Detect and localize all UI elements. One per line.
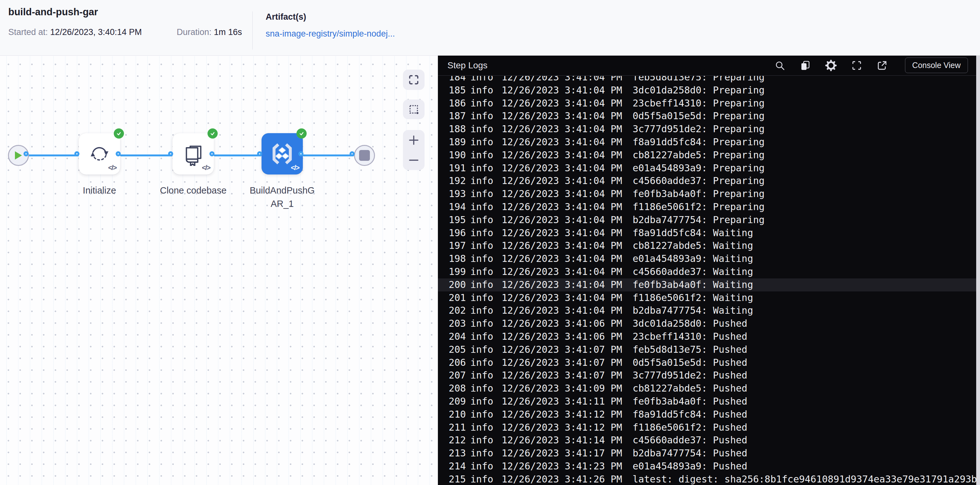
log-level: info — [470, 84, 493, 97]
step-logs-panel: Step Logs — [438, 55, 976, 485]
log-num: 186 — [449, 97, 466, 110]
log-time: 12/26/2023 3:41:04 PM — [501, 291, 622, 304]
zoom-out-button minus-icon[interactable] — [408, 155, 419, 165]
log-num: 187 — [449, 110, 466, 123]
marquee-select-button[interactable] — [403, 100, 425, 119]
code-glyph-icon: </> — [291, 164, 299, 172]
fit-view-icon — [408, 74, 420, 86]
port[interactable] — [168, 151, 173, 156]
search-icon[interactable] — [774, 60, 786, 71]
log-row[interactable]: 215info12/26/2023 3:41:26 PMlatest: dige… — [438, 473, 976, 485]
log-num: 185 — [449, 84, 466, 97]
log-row[interactable]: 186info12/26/2023 3:41:04 PM23cbeff14310… — [438, 97, 976, 110]
port[interactable] — [209, 151, 215, 156]
edge-initialize-clone — [120, 154, 173, 156]
log-row[interactable]: 211info12/26/2023 3:41:12 PMf1186e5061f2… — [438, 421, 976, 434]
log-time: 12/26/2023 3:41:07 PM — [501, 369, 622, 382]
step-node-clone-codebase[interactable]: </> — [173, 133, 214, 175]
refresh-icon — [88, 142, 111, 165]
log-level: info — [470, 408, 493, 421]
log-num: 190 — [449, 149, 466, 162]
log-time: 12/26/2023 3:41:04 PM — [501, 239, 622, 252]
log-row[interactable]: 202info12/26/2023 3:41:04 PMb2dba7477754… — [438, 304, 976, 317]
log-row[interactable]: 194info12/26/2023 3:41:04 PMf1186e5061f2… — [438, 200, 976, 213]
log-row[interactable]: 196info12/26/2023 3:41:04 PMf8a91dd5fc84… — [438, 227, 976, 240]
log-message: cb81227abde5: Waiting — [633, 239, 976, 252]
log-level: info — [470, 369, 493, 382]
log-num: 210 — [449, 408, 466, 421]
log-row[interactable]: 192info12/26/2023 3:41:04 PMc45660adde37… — [438, 175, 976, 188]
log-row[interactable]: 188info12/26/2023 3:41:04 PM3c777d951de2… — [438, 123, 976, 136]
log-row[interactable]: 201info12/26/2023 3:41:04 PMf1186e5061f2… — [438, 291, 976, 304]
log-row[interactable]: 197info12/26/2023 3:41:04 PMcb81227abde5… — [438, 239, 976, 252]
end-node[interactable] — [354, 145, 375, 166]
fullscreen-icon[interactable] — [851, 60, 862, 71]
log-row[interactable]: 214info12/26/2023 3:41:23 PMe01a454893a9… — [438, 460, 976, 473]
log-row[interactable]: 212info12/26/2023 3:41:14 PMc45660adde37… — [438, 434, 976, 447]
log-level: info — [470, 434, 493, 447]
edge-clone-build — [214, 154, 261, 156]
port[interactable] — [298, 151, 304, 156]
step-node-initialize[interactable]: </> — [79, 133, 120, 175]
log-row[interactable]: 200info12/26/2023 3:41:04 PMfe0fb3ab4a0f… — [438, 278, 976, 291]
log-time: 12/26/2023 3:41:04 PM — [501, 266, 622, 278]
log-row[interactable]: 210info12/26/2023 3:41:12 PMf8a91dd5fc84… — [438, 408, 976, 421]
log-row[interactable]: 187info12/26/2023 3:41:04 PM0d5f5a015e5d… — [438, 110, 976, 123]
log-time: 12/26/2023 3:41:04 PM — [501, 227, 622, 240]
log-row[interactable]: 205info12/26/2023 3:41:07 PMfeb5d8d13e75… — [438, 343, 976, 356]
pipeline-canvas[interactable]: </> Initialize </> Clone codebase — [0, 56, 438, 485]
log-num: 215 — [449, 473, 466, 485]
copy-icon[interactable] — [800, 60, 811, 71]
log-row[interactable]: 199info12/26/2023 3:41:04 PMc45660adde37… — [438, 266, 976, 278]
log-row[interactable]: 195info12/26/2023 3:41:04 PMb2dba7477754… — [438, 213, 976, 227]
port[interactable] — [74, 151, 80, 156]
log-row[interactable]: 191info12/26/2023 3:41:04 PMe01a454893a9… — [438, 162, 976, 175]
settings-gear-icon[interactable] — [825, 59, 837, 72]
log-message: f1186e5061f2: Pushed — [633, 421, 976, 434]
artifact-link[interactable]: sna-image-registry/simple-nodej... — [266, 29, 395, 39]
port[interactable] — [350, 151, 355, 156]
fit-view-button[interactable] — [403, 70, 425, 90]
log-level: info — [470, 421, 493, 434]
scrollbar-gutter[interactable] — [976, 55, 980, 485]
artifacts-section: Artifact(s) sna-image-registry/simple-no… — [266, 12, 395, 39]
log-row[interactable]: 213info12/26/2023 3:41:17 PMb2dba7477754… — [438, 447, 976, 460]
pipeline-execution-screen: build-and-push-gar Started at: 12/26/202… — [0, 0, 980, 485]
open-external-icon[interactable] — [877, 60, 888, 71]
log-row[interactable]: 207info12/26/2023 3:41:07 PM3c777d951de2… — [438, 369, 976, 382]
log-num: 196 — [449, 227, 466, 240]
step-node-build-and-push-gar[interactable]: </> — [261, 133, 303, 175]
log-row[interactable]: 198info12/26/2023 3:41:04 PMe01a454893a9… — [438, 252, 976, 266]
port[interactable] — [257, 151, 262, 156]
log-message: 3dc01da258d0: Pushed — [633, 317, 976, 330]
stop-icon — [359, 150, 370, 161]
started-at-value: 12/26/2023, 3:40:14 PM — [50, 27, 142, 37]
log-row[interactable]: 203info12/26/2023 3:41:06 PM3dc01da258d0… — [438, 317, 976, 330]
log-num: 201 — [449, 291, 466, 304]
log-time: 12/26/2023 3:41:04 PM — [501, 76, 622, 84]
log-row[interactable]: 209info12/26/2023 3:41:11 PMfe0fb3ab4a0f… — [438, 395, 976, 408]
log-row[interactable]: 208info12/26/2023 3:41:09 PMcb81227abde5… — [438, 382, 976, 395]
log-message: fe0fb3ab4a0f: Preparing — [633, 188, 976, 200]
log-row[interactable]: 193info12/26/2023 3:41:04 PMfe0fb3ab4a0f… — [438, 188, 976, 200]
log-num: 198 — [449, 252, 466, 266]
log-row[interactable]: 206info12/26/2023 3:41:07 PM0d5f5a015e5d… — [438, 356, 976, 369]
log-row[interactable]: 189info12/26/2023 3:41:04 PMf8a91dd5fc84… — [438, 136, 976, 149]
log-time: 12/26/2023 3:41:04 PM — [501, 123, 622, 136]
log-row[interactable]: 185info12/26/2023 3:41:04 PM3dc01da258d0… — [438, 84, 976, 97]
port[interactable] — [24, 151, 29, 156]
log-message: 23cbeff14310: Preparing — [633, 97, 976, 110]
port[interactable] — [116, 151, 121, 156]
log-body[interactable]: 184info12/26/2023 3:41:04 PMfeb5d8d13e75… — [438, 76, 976, 485]
zoom-in-button plus-icon[interactable] — [408, 135, 419, 146]
log-message: 0d5f5a015e5d: Pushed — [633, 356, 976, 369]
log-row[interactable]: 190info12/26/2023 3:41:04 PMcb81227abde5… — [438, 149, 976, 162]
log-level: info — [470, 356, 493, 369]
log-row[interactable]: 204info12/26/2023 3:41:06 PM23cbeff14310… — [438, 330, 976, 343]
log-num: 205 — [449, 343, 466, 356]
log-message: b2dba7477754: Waiting — [633, 304, 976, 317]
step-logs-header: Step Logs — [438, 55, 976, 76]
console-view-button[interactable]: Console View — [905, 57, 968, 73]
log-row[interactable]: 184info12/26/2023 3:41:04 PMfeb5d8d13e75… — [438, 76, 976, 84]
log-message: 23cbeff14310: Pushed — [633, 330, 976, 343]
